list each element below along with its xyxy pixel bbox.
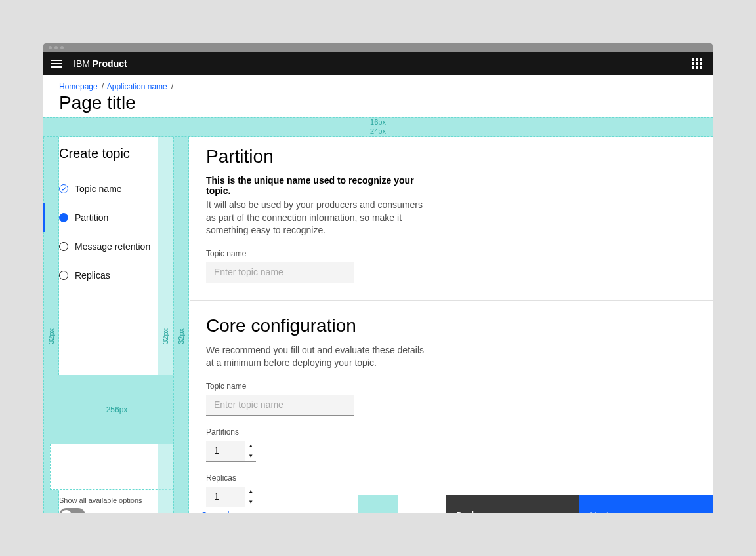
section-heading-partition: Partition [206,146,697,167]
crumb-home[interactable]: Homepage [59,82,98,91]
field-topic-name-1: Topic name [206,249,354,283]
window-titlebar [43,43,713,52]
circle-icon [59,242,68,251]
product-brand: IBM Product [74,58,127,69]
main-content: Partition This is the unique name used t… [190,137,713,513]
section-divider [190,300,713,301]
wizard-footer: Cancel 80px Back Next [190,495,713,513]
step-label: Topic name [75,184,122,194]
core-topic-label: Topic name [206,382,354,391]
cancel-button[interactable]: Cancel [190,495,358,513]
app-switcher-icon[interactable] [692,58,702,69]
footer-gap [398,495,446,513]
spec-annotation-16: 16px [43,117,713,125]
field-partitions: Partitions ▲ ▼ [206,427,697,462]
stepper-up-icon[interactable]: ▲ [245,441,256,451]
step-label: Partition [75,212,108,223]
partitions-input[interactable] [206,441,245,462]
circle-filled-icon [59,213,68,222]
spec-annotation-24: 24px [43,125,713,137]
page-header: Homepage/ Application name/ Page title [43,75,713,117]
partition-lead: This is the unique name used to recogniz… [206,175,429,196]
circle-icon [59,271,68,280]
stepper-down-icon[interactable]: ▼ [245,450,256,461]
step-label: Message retention [75,241,150,252]
browser-frame: IBM Product Homepage/ Application name/ … [43,43,713,513]
page-body: 32px Create topic Topic name Partition M… [43,137,713,513]
toggle-state: Off [91,511,102,513]
topic-name-input[interactable] [206,262,354,283]
spec-vstrip-mid-a: 32px [158,137,173,513]
topic-name-label: Topic name [206,249,354,258]
partition-sub: It will also be used by your producers a… [206,199,429,237]
menu-icon[interactable] [51,60,62,68]
core-sub: We recommend you fill out and evaluate t… [206,344,429,370]
spec-vstrip-mid-b: 32px [173,137,189,513]
replicas-label: Replicas [206,473,697,483]
breadcrumb: Homepage/ Application name/ [59,82,697,91]
next-button[interactable]: Next [579,495,713,513]
partitions-label: Partitions [206,427,697,437]
section-heading-core: Core configuration [206,315,697,336]
page-title: Page title [59,92,697,113]
shell-header: IBM Product [43,52,713,75]
check-icon [59,184,68,193]
partitions-stepper: ▲ ▼ [245,441,256,461]
show-all-toggle[interactable] [59,508,85,513]
field-topic-name-2: Topic name [206,382,354,416]
back-button[interactable]: Back [446,495,579,513]
crumb-app[interactable]: Application name [107,82,167,91]
core-topic-input[interactable] [206,395,354,416]
step-label: Replicas [75,270,110,281]
spec-footer-height: 80px [358,495,398,513]
